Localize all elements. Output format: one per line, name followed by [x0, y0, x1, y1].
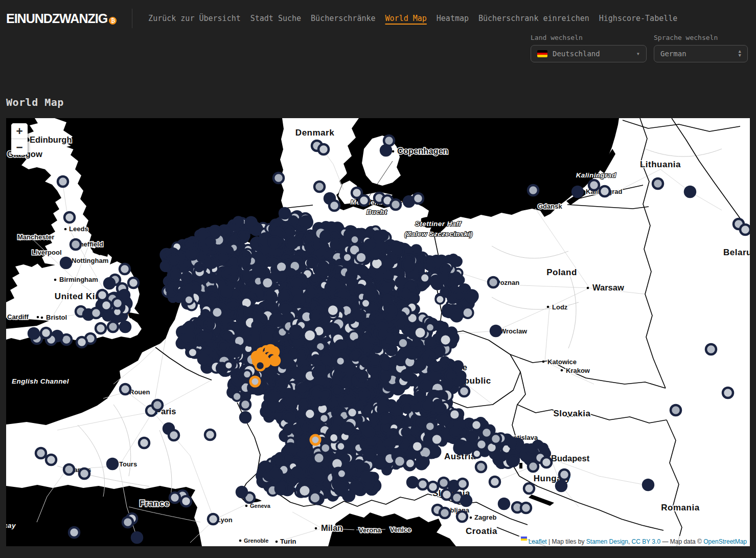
- meetup-marker[interactable]: [467, 431, 477, 441]
- meetup-marker[interactable]: [541, 457, 552, 467]
- meetup-marker[interactable]: [445, 306, 454, 316]
- meetup-marker[interactable]: [342, 379, 351, 388]
- meetup-marker[interactable]: [361, 299, 370, 308]
- meetup-marker[interactable]: [104, 278, 114, 288]
- meetup-marker[interactable]: [490, 477, 500, 487]
- meetup-marker[interactable]: [365, 240, 374, 249]
- meetup-marker[interactable]: [328, 279, 338, 289]
- meetup-marker[interactable]: [208, 514, 218, 524]
- meetup-marker[interactable]: [351, 235, 359, 244]
- meetup-marker[interactable]: [170, 493, 180, 503]
- meetup-marker[interactable]: [383, 257, 394, 268]
- nav-item-zurueck[interactable]: Zurück zur Übersicht: [148, 14, 241, 23]
- meetup-marker[interactable]: [461, 496, 471, 506]
- meetup-marker[interactable]: [108, 322, 118, 332]
- meetup-marker[interactable]: [285, 396, 296, 407]
- meetup-marker[interactable]: [400, 289, 410, 299]
- meetup-marker[interactable]: [425, 338, 435, 347]
- meetup-marker[interactable]: [315, 364, 325, 374]
- meetup-marker[interactable]: [524, 483, 534, 494]
- meetup-marker[interactable]: [77, 337, 87, 347]
- meetup-marker[interactable]: [385, 439, 395, 449]
- meetup-marker[interactable]: [280, 360, 288, 368]
- meetup-marker[interactable]: [357, 371, 367, 381]
- meetup-marker[interactable]: [539, 443, 547, 452]
- meetup-marker[interactable]: [439, 478, 449, 488]
- country-select[interactable]: Deutschland ▾: [531, 45, 647, 62]
- meetup-marker[interactable]: [69, 527, 79, 538]
- meetup-marker[interactable]: [296, 350, 306, 360]
- meetup-marker[interactable]: [294, 295, 304, 305]
- meetup-marker[interactable]: [205, 430, 215, 440]
- meetup-marker[interactable]: [101, 300, 111, 310]
- meetup-marker[interactable]: [253, 321, 261, 329]
- meetup-marker[interactable]: [212, 307, 222, 318]
- meetup-marker[interactable]: [395, 318, 406, 329]
- meetup-marker[interactable]: [405, 459, 415, 468]
- meetup-marker[interactable]: [428, 482, 438, 492]
- meetup-marker[interactable]: [306, 286, 317, 297]
- meetup-marker[interactable]: [440, 334, 451, 346]
- meetup-marker[interactable]: [206, 237, 215, 246]
- meetup-marker[interactable]: [589, 180, 599, 190]
- meetup-marker[interactable]: [336, 356, 345, 365]
- meetup-marker[interactable]: [233, 392, 241, 401]
- meetup-marker[interactable]: [491, 326, 501, 336]
- meetup-marker[interactable]: [168, 254, 179, 264]
- meetup-marker[interactable]: [425, 421, 435, 431]
- meetup-marker[interactable]: [61, 258, 71, 268]
- meetup-marker[interactable]: [425, 260, 434, 270]
- meetup-marker[interactable]: [420, 273, 429, 282]
- orange-meetup-marker[interactable]: [256, 361, 265, 370]
- meetup-marker[interactable]: [265, 327, 273, 335]
- meetup-marker[interactable]: [354, 310, 365, 321]
- zoom-in-button[interactable]: +: [11, 123, 28, 139]
- nav-item-heatmap[interactable]: Heatmap: [437, 14, 469, 23]
- meetup-marker[interactable]: [302, 422, 310, 431]
- meetup-marker[interactable]: [463, 307, 473, 318]
- meetup-marker[interactable]: [268, 236, 280, 248]
- meetup-marker[interactable]: [299, 485, 311, 497]
- meetup-marker[interactable]: [394, 456, 405, 467]
- meetup-marker[interactable]: [348, 264, 359, 275]
- meetup-marker[interactable]: [381, 283, 392, 294]
- meetup-marker[interactable]: [362, 427, 374, 439]
- meetup-marker[interactable]: [685, 187, 695, 197]
- meetup-marker[interactable]: [230, 273, 238, 281]
- meetup-marker[interactable]: [499, 499, 509, 509]
- meetup-marker[interactable]: [240, 412, 250, 422]
- meetup-marker[interactable]: [342, 422, 354, 434]
- meetup-marker[interactable]: [413, 193, 423, 204]
- meetup-marker[interactable]: [380, 413, 390, 423]
- meetup-marker[interactable]: [379, 371, 390, 382]
- meetup-marker[interactable]: [706, 344, 716, 354]
- meetup-marker[interactable]: [407, 477, 418, 487]
- meetup-marker[interactable]: [528, 461, 538, 472]
- nav-item-stadt-suche[interactable]: Stadt Suche: [250, 14, 301, 23]
- meetup-marker[interactable]: [452, 257, 462, 266]
- meetup-marker[interactable]: [426, 323, 434, 332]
- meetup-marker[interactable]: [307, 258, 316, 267]
- meetup-marker[interactable]: [440, 508, 450, 518]
- attribution-link[interactable]: OpenStreetMap: [703, 538, 747, 545]
- meetup-marker[interactable]: [228, 300, 238, 309]
- attribution-link[interactable]: Leaflet: [529, 538, 547, 545]
- meetup-marker[interactable]: [384, 272, 393, 281]
- orange-meetup-marker[interactable]: [250, 377, 260, 386]
- meetup-marker[interactable]: [312, 239, 322, 248]
- meetup-marker[interactable]: [208, 274, 217, 282]
- orange-meetup-marker[interactable]: [311, 435, 320, 444]
- meetup-marker[interactable]: [449, 409, 460, 419]
- meetup-marker[interactable]: [671, 405, 681, 415]
- meetup-marker[interactable]: [350, 482, 362, 494]
- meetup-marker[interactable]: [361, 472, 374, 484]
- meetup-marker[interactable]: [369, 354, 381, 367]
- meetup-marker[interactable]: [396, 351, 405, 360]
- world-map[interactable]: DenmarkUnited KingdomFrancePolandLithuan…: [6, 118, 750, 546]
- meetup-marker[interactable]: [305, 409, 315, 419]
- meetup-marker[interactable]: [431, 363, 441, 373]
- meetup-marker[interactable]: [218, 341, 228, 351]
- meetup-marker[interactable]: [103, 311, 112, 321]
- meetup-marker[interactable]: [526, 444, 537, 455]
- meetup-marker[interactable]: [572, 187, 583, 197]
